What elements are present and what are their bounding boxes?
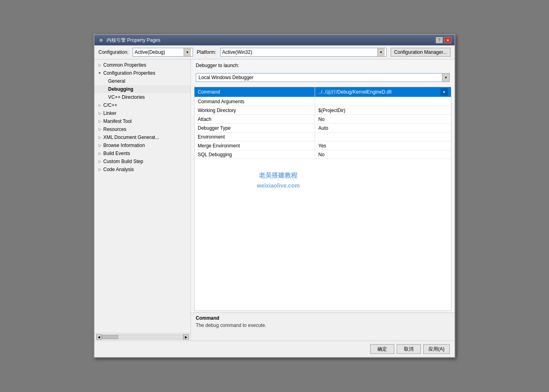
grid-row-2[interactable]: Working Directory$(ProjectDir) — [195, 106, 451, 115]
tree-item-c-cpp[interactable]: ▷C/C++ — [94, 101, 191, 109]
help-button[interactable]: ? — [436, 37, 443, 43]
info-panel: Command The debug command to execute. — [191, 312, 455, 341]
grid-key-1: Command Arguments — [195, 97, 315, 106]
properties-grid[interactable]: Command../../运行/Debug/KernelEngineD.dll▼… — [194, 87, 451, 311]
tree-item-linker[interactable]: ▷Linker — [94, 109, 191, 117]
debugger-dropdown[interactable]: Local Windows Debugger ▼ — [196, 73, 450, 82]
tree-arrow-xml-document: ▷ — [98, 135, 102, 139]
platform-dropdown[interactable]: Active(Win32) ▼ — [220, 48, 387, 57]
grid-key-2: Working Directory — [195, 106, 315, 114]
left-panel: ▷Common Properties▼Configuration Propert… — [94, 59, 191, 333]
tree-label-debugging: Debugging — [108, 86, 133, 92]
tree-item-code-analysis[interactable]: ▷Code Analysis — [94, 165, 191, 174]
tree-label-linker: Linker — [103, 110, 117, 116]
tree-item-browse-information[interactable]: ▷Browse Information — [94, 141, 191, 149]
info-title: Command — [196, 315, 450, 321]
tree-arrow-browse-information: ▷ — [98, 143, 102, 147]
tree-arrow-configuration-properties: ▼ — [98, 71, 102, 75]
right-panel: Debugger to launch: Local Windows Debugg… — [191, 59, 455, 341]
grid-key-3: Attach — [195, 115, 315, 123]
grid-row-4[interactable]: Debugger TypeAuto — [195, 124, 451, 133]
configuration-dropdown[interactable]: Active(Debug) ▼ — [133, 48, 193, 57]
tree-item-common-properties[interactable]: ▷Common Properties — [94, 61, 191, 69]
close-button[interactable]: ✕ — [444, 37, 451, 43]
tree-item-debugging[interactable]: Debugging — [94, 85, 191, 93]
tree-arrow-resources: ▷ — [98, 127, 102, 131]
tree-label-common-properties: Common Properties — [103, 62, 146, 68]
tree-item-configuration-properties[interactable]: ▼Configuration Properties — [94, 69, 191, 77]
tree-arrow-common-properties: ▷ — [98, 63, 102, 67]
tree-label-manifest-tool: Manifest Tool — [103, 118, 131, 124]
grid-area-wrapper: Command../../运行/Debug/KernelEngineD.dll▼… — [191, 85, 455, 312]
left-panel-scrollbar[interactable]: ◀ ▶ — [94, 333, 191, 341]
tree-arrow-build-events: ▷ — [98, 151, 102, 155]
debugger-label: Debugger to launch: — [196, 63, 239, 68]
cancel-button[interactable]: 取消 — [397, 344, 421, 354]
scrollbar-thumb[interactable] — [102, 335, 118, 339]
platform-value: Active(Win32) — [222, 49, 377, 55]
ok-button[interactable]: 确定 — [370, 344, 394, 354]
tree-arrow-vc-directories — [102, 95, 107, 99]
tree-arrow-c-cpp: ▷ — [98, 103, 102, 107]
grid-value-2: $(ProjectDir) — [315, 106, 451, 114]
dialog-title: 内核引擎 Property Pages — [107, 37, 160, 44]
grid-row-3[interactable]: AttachNo — [195, 115, 451, 124]
grid-row-0[interactable]: Command../../运行/Debug/KernelEngineD.dll▼ — [195, 87, 451, 97]
tree-label-custom-build-step: Custom Build Step — [103, 159, 143, 164]
scrollbar-track[interactable] — [102, 335, 183, 339]
tree-label-general: General — [108, 78, 125, 84]
tree-item-resources[interactable]: ▷Resources — [94, 125, 191, 133]
grid-row-1[interactable]: Command Arguments — [195, 97, 451, 106]
tree-item-manifest-tool[interactable]: ▷Manifest Tool — [94, 117, 191, 125]
main-content: ▷Common Properties▼Configuration Propert… — [94, 59, 455, 341]
tree-label-xml-document: XML Document Generat... — [103, 135, 159, 140]
tree-item-custom-build-step[interactable]: ▷Custom Build Step — [94, 157, 191, 165]
tree-item-xml-document[interactable]: ▷XML Document Generat... — [94, 133, 191, 141]
info-description: The debug command to execute. — [196, 323, 450, 328]
toolbar-row: Configuration: Active(Debug) ▼ Platform:… — [94, 45, 455, 59]
tree-label-c-cpp: C/C++ — [103, 102, 117, 108]
tree-arrow-linker: ▷ — [98, 111, 102, 115]
tree-arrow-manifest-tool: ▷ — [98, 119, 102, 123]
value-dropdown-btn-0[interactable]: ▼ — [440, 88, 448, 96]
grid-key-7: SQL Debugging — [195, 150, 315, 159]
grid-row-6[interactable]: Merge EnvironmentYes — [195, 141, 451, 150]
title-bar-left: ⚙ 内核引擎 Property Pages — [98, 37, 160, 44]
grid-row-5[interactable]: Environment — [195, 133, 451, 141]
debugger-value: Local Windows Debugger — [196, 75, 442, 80]
scroll-left-arrow[interactable]: ◀ — [96, 334, 102, 340]
grid-value-1 — [315, 97, 451, 106]
configuration-value: Active(Debug) — [135, 49, 184, 55]
grid-value-5 — [315, 133, 451, 141]
tree-item-general[interactable]: General — [94, 77, 191, 85]
tree-label-browse-information: Browse Information — [103, 143, 145, 148]
debugger-arrow[interactable]: ▼ — [442, 74, 449, 82]
tree-label-resources: Resources — [103, 127, 126, 132]
grid-value-7: No — [315, 150, 451, 159]
tree-arrow-code-analysis: ▷ — [98, 167, 102, 172]
tree-item-build-events[interactable]: ▷Build Events — [94, 149, 191, 157]
tree-label-build-events: Build Events — [103, 151, 130, 156]
debugger-label-row: Debugger to launch: — [191, 59, 455, 71]
title-bar: ⚙ 内核引擎 Property Pages ? ✕ — [94, 35, 455, 45]
tree-label-code-analysis: Code Analysis — [103, 167, 134, 172]
bottom-buttons: 确定 取消 应用(A) — [94, 341, 455, 357]
tree-item-vc-directories[interactable]: VC++ Directories — [94, 93, 191, 101]
scroll-right-arrow[interactable]: ▶ — [183, 334, 189, 340]
grid-value-0[interactable]: ../../运行/Debug/KernelEngineD.dll▼ — [315, 87, 451, 97]
tree-arrow-debugging — [102, 87, 107, 91]
configuration-arrow[interactable]: ▼ — [184, 48, 191, 56]
grid-row-7[interactable]: SQL DebuggingNo — [195, 150, 451, 159]
apply-button[interactable]: 应用(A) — [423, 344, 450, 354]
grid-value-3: No — [315, 115, 451, 123]
config-manager-button[interactable]: Configuration Manager... — [391, 48, 451, 57]
tree-arrow-custom-build-step: ▷ — [98, 159, 102, 163]
grid-key-6: Merge Environment — [195, 141, 315, 150]
grid-key-5: Environment — [195, 133, 315, 141]
platform-arrow[interactable]: ▼ — [377, 48, 385, 56]
platform-label: Platform: — [197, 49, 216, 55]
app-icon: ⚙ — [98, 37, 104, 43]
tree-label-vc-directories: VC++ Directories — [108, 94, 145, 100]
title-bar-buttons: ? ✕ — [436, 37, 451, 43]
property-pages-dialog: ⚙ 内核引擎 Property Pages ? ✕ Configuration:… — [94, 34, 455, 358]
